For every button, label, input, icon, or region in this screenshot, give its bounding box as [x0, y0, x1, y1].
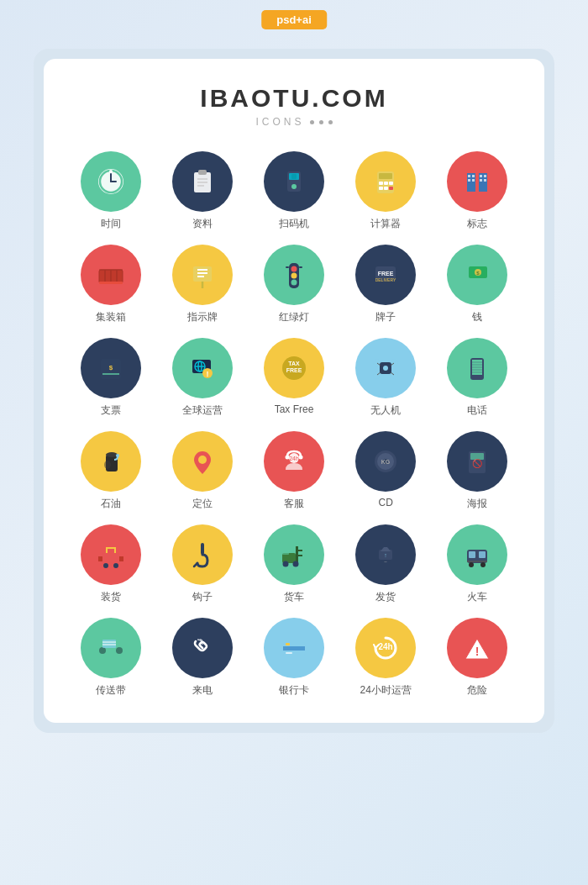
svg-text:TAX: TAX — [288, 361, 300, 366]
svg-rect-49 — [299, 266, 302, 268]
icon-item: 来电 — [160, 618, 244, 698]
icon-item: 🚫海报 — [436, 431, 519, 511]
icon-item: 集装箱 — [69, 245, 152, 324]
svg-rect-17 — [384, 182, 388, 185]
svg-rect-126 — [102, 640, 116, 648]
icon-item: 石油 — [69, 431, 152, 511]
icon-circle-ship: ↑↔ — [355, 524, 416, 585]
icon-label-trafficlight: 红绿灯 — [279, 310, 309, 324]
icon-label-clipboard: 资料 — [192, 217, 213, 231]
svg-point-88 — [104, 461, 111, 469]
svg-rect-29 — [472, 179, 475, 182]
icon-item: 资料 — [160, 151, 244, 231]
svg-point-93 — [285, 456, 289, 460]
dot1 — [310, 120, 314, 124]
svg-rect-28 — [468, 179, 470, 182]
svg-line-106 — [194, 563, 197, 566]
icon-label-taxfree: Tax Free — [275, 403, 314, 415]
icon-circle-building — [447, 151, 507, 212]
icon-circle-danger: ! — [447, 618, 507, 678]
svg-rect-18 — [389, 182, 393, 185]
svg-text:DELIVERY: DELIVERY — [375, 277, 396, 282]
svg-rect-16 — [379, 182, 383, 185]
svg-point-94 — [298, 456, 302, 460]
icon-label-loading: 装货 — [101, 590, 121, 604]
icon-item: $支票 — [69, 338, 152, 418]
icon-circle-scanner — [264, 151, 324, 212]
svg-text:FREE: FREE — [286, 367, 302, 373]
dot3 — [328, 120, 333, 124]
svg-point-46 — [291, 273, 297, 279]
icon-item: 钩子 — [160, 524, 244, 604]
icon-item: 标志 — [436, 151, 519, 231]
svg-rect-30 — [480, 179, 482, 182]
svg-rect-19 — [379, 187, 383, 190]
svg-point-104 — [113, 563, 118, 568]
icon-circle-card — [264, 618, 324, 678]
svg-text:!: ! — [206, 370, 208, 378]
icon-item: 指示牌 — [160, 245, 244, 324]
svg-point-87 — [106, 452, 118, 457]
dot2 — [319, 120, 323, 124]
icon-circle-signboard — [172, 245, 233, 305]
icon-label-cd: CD — [379, 497, 393, 508]
icon-item: $钱 — [436, 245, 519, 324]
svg-rect-6 — [198, 170, 207, 175]
svg-text:🚫: 🚫 — [472, 458, 483, 469]
svg-rect-13 — [291, 174, 297, 179]
svg-text:↔: ↔ — [384, 559, 388, 564]
svg-rect-132 — [286, 643, 290, 645]
icon-label-calculator: 计算器 — [370, 217, 401, 231]
svg-rect-15 — [379, 173, 392, 179]
svg-point-12 — [291, 184, 297, 189]
svg-point-124 — [99, 647, 106, 654]
icon-label-phone: 电话 — [467, 403, 487, 418]
icon-label-ship: 发货 — [375, 590, 396, 604]
icon-item: 银行卡 — [252, 618, 335, 698]
icon-circle-cd: KG — [355, 431, 416, 492]
svg-rect-26 — [480, 175, 482, 177]
svg-rect-131 — [286, 652, 292, 654]
svg-rect-20 — [384, 187, 388, 190]
icon-label-clock: 时间 — [101, 217, 121, 231]
icon-item: 24h24小时运营 — [344, 618, 428, 698]
svg-text:24h: 24h — [379, 642, 393, 651]
icon-circle-clock — [81, 151, 141, 212]
site-title: IBAOTU.COM — [200, 84, 387, 113]
svg-text:FREE: FREE — [378, 271, 394, 277]
icon-item: 装货 — [69, 524, 152, 604]
svg-rect-102 — [102, 553, 119, 565]
icon-label-service: 客服 — [284, 497, 304, 511]
icon-item: !危险 — [436, 618, 519, 698]
icon-item: 定位 — [160, 431, 244, 511]
icon-circle-call — [172, 618, 233, 678]
svg-rect-31 — [484, 179, 486, 182]
svg-point-47 — [291, 280, 297, 286]
icon-circle-loading — [81, 524, 141, 585]
svg-point-112 — [292, 561, 298, 567]
svg-rect-48 — [286, 266, 289, 268]
icon-circle-check: $ — [81, 338, 141, 398]
svg-text:!: ! — [475, 645, 480, 658]
icon-label-danger: 危险 — [467, 683, 487, 698]
svg-rect-27 — [484, 175, 486, 177]
icon-label-location: 定位 — [192, 497, 213, 511]
icon-label-conveyor: 传送带 — [96, 683, 126, 698]
icon-label-signboard: 指示牌 — [187, 310, 218, 324]
site-subtitle: ICONS — [255, 116, 332, 128]
icon-label-forklift: 货车 — [284, 590, 304, 604]
icon-label-call: 来电 — [192, 683, 213, 698]
icon-circle-poster: 🚫 — [447, 431, 507, 492]
icon-circle-forklift — [264, 524, 324, 585]
svg-rect-130 — [283, 646, 305, 651]
svg-point-45 — [291, 266, 297, 272]
icon-item: FREEDELIVERY牌子 — [344, 245, 428, 324]
icon-item: TAXFREETax Free — [252, 338, 335, 418]
icon-label-scanner: 扫码机 — [279, 217, 309, 231]
icon-circle-taxfree: TAXFREE — [264, 338, 324, 398]
icon-circle-calculator — [355, 151, 416, 212]
icon-item: 时间 — [69, 151, 152, 231]
svg-point-111 — [282, 561, 288, 567]
icon-circle-freebadge: FREEDELIVERY — [355, 245, 416, 305]
icon-circle-hook — [172, 524, 233, 585]
